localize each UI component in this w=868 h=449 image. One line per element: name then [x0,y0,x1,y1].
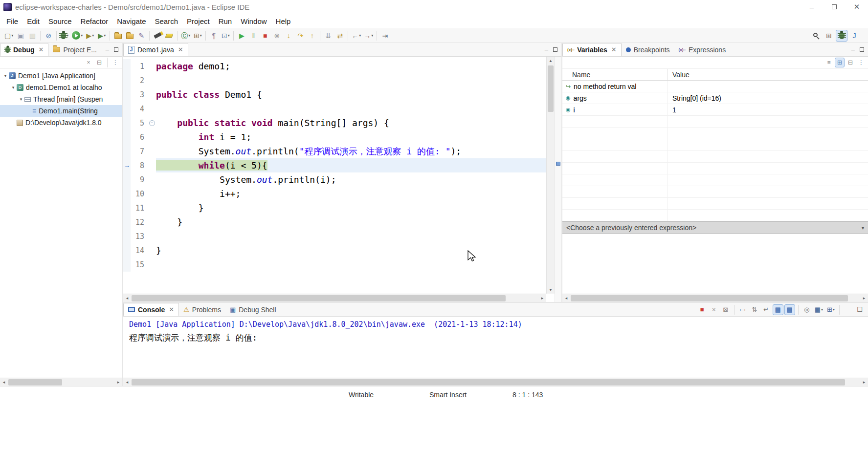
use-step-filters-button[interactable]: ⇄ [334,30,346,42]
debug-tree-item[interactable]: ≡Demo1.main(String [0,105,122,117]
minimize-button[interactable]: – [801,0,823,14]
column-header-value[interactable]: Value [668,69,868,80]
variables-hscrollbar[interactable]: ◂ ▸ [562,294,868,302]
scroll-thumb[interactable] [571,295,848,301]
scroll-down-icon[interactable]: ▼ [547,286,555,294]
minimize-variables-icon[interactable]: – [851,46,855,53]
fold-collapse-icon[interactable]: − [149,120,155,126]
debug-view-menu-button[interactable]: ⋮ [111,58,120,67]
menu-edit[interactable]: Edit [22,14,44,28]
maximize-variables-icon[interactable] [860,47,864,52]
variable-row[interactable]: ◉i1 [562,104,868,116]
open-console-button[interactable]: ⊞▾ [825,304,836,315]
step-return-button[interactable]: ↑ [306,30,318,42]
column-header-name[interactable]: Name [562,69,668,80]
variable-row[interactable]: ↪no method return val [562,81,868,92]
expression-input-bar[interactable]: <Choose a previously entered expression>… [562,221,868,234]
debug-perspective-button[interactable] [836,30,847,42]
scroll-up-icon[interactable]: ▲ [547,57,555,64]
maximize-editor-icon[interactable] [553,47,557,52]
resume-button[interactable]: ▶ [236,30,247,42]
menu-search[interactable]: Search [150,14,182,28]
annotation-ruler-cell[interactable] [123,215,131,229]
menu-window[interactable]: Window [236,14,271,28]
tab-debug-shell[interactable]: ▣ Debug Shell [225,303,281,316]
annotate-button[interactable]: ✎ [135,30,147,42]
annotation-ruler-cell[interactable] [123,201,131,215]
annotation-ruler-cell[interactable] [123,130,131,144]
minimize-view-icon[interactable]: – [106,46,109,53]
tab-debug[interactable]: Debug ✕ [0,43,48,56]
tree-expand-icon[interactable]: ▾ [10,85,17,90]
variable-detail-pane[interactable] [562,234,868,294]
maximize-button[interactable] [823,0,846,14]
tree-expand-icon[interactable]: ▾ [18,97,24,102]
scroll-right-icon[interactable]: ▸ [538,296,546,300]
annotation-ruler-cell[interactable] [123,257,131,272]
minimize-editor-icon[interactable]: – [545,46,548,53]
expression-dropdown-icon[interactable]: ▾ [862,225,864,231]
drop-to-frame-button[interactable]: ⇊ [322,30,334,42]
link-with-editor-button[interactable]: ⇥ [379,30,391,42]
java-perspective-button[interactable]: J [848,30,860,42]
run-button[interactable]: ▾ [70,30,84,42]
annotation-ruler-cell[interactable]: → [123,158,131,172]
toggle-mark-occurrences-button[interactable] [163,30,175,42]
collapse-all-variables-button[interactable]: ⊟ [846,58,855,67]
scroll-left-icon[interactable]: ◂ [562,296,570,300]
clear-console-button[interactable]: ▭ [737,304,748,315]
suspend-button[interactable]: ‖ [247,30,259,42]
scroll-left-icon[interactable]: ◂ [123,296,131,300]
remove-all-launches-button[interactable]: ⊠ [720,304,731,315]
new-java-class-button[interactable]: Ⓒ▾ [179,30,192,42]
collapse-all-debug-button[interactable]: ⊟ [94,58,104,67]
remove-launch-button[interactable]: × [709,304,719,315]
terminate-button[interactable]: ■ [259,30,271,42]
scroll-thumb[interactable] [8,379,62,385]
menu-source[interactable]: Source [44,14,76,28]
debug-tree-item[interactable]: D:\Develop\Java\jdk1.8.0 [0,117,122,128]
annotation-ruler-cell[interactable] [123,73,131,87]
annotation-ruler-cell[interactable] [123,229,131,243]
console-hscrollbar[interactable]: ◂ ▸ [123,378,868,386]
annotation-ruler-cell[interactable] [123,172,131,187]
overview-ruler[interactable] [555,57,561,302]
editor-text-area[interactable]: 1package demo1;23public class Demo1 {45−… [123,57,546,294]
tab-variables-close-icon[interactable]: ✕ [611,46,617,53]
remove-all-terminated-button[interactable]: × [84,58,93,67]
tab-breakpoints[interactable]: Breakpoints [622,43,674,56]
tab-expressions[interactable]: (x)= Expressions [674,43,731,56]
show-logical-structures-button[interactable]: ⊞ [835,58,845,67]
step-over-button[interactable]: ↷ [294,30,306,42]
tab-console-close-icon[interactable]: ✕ [169,306,174,313]
save-button[interactable]: ▣ [15,30,26,42]
debug-tree-item[interactable]: ▾Ddemo1.Demo1 at localho [0,82,122,93]
disconnect-button[interactable]: ⊗ [271,30,283,42]
scroll-right-icon[interactable]: ▸ [114,380,122,385]
scroll-thumb[interactable] [132,379,845,385]
open-type-button[interactable] [112,30,124,42]
quick-access-search-button[interactable] [810,30,822,42]
tab-console[interactable]: Console ✕ [123,303,179,316]
show-console-on-stdout-button[interactable]: ▤ [773,304,783,315]
search-button[interactable] [152,30,163,42]
debug-tree-item[interactable]: ▾JDemo1 [Java Application] [0,70,122,82]
close-button[interactable]: ✕ [846,0,868,14]
annotation-ruler-cell[interactable] [123,87,131,102]
variable-row[interactable]: ◉argsString[0] (id=16) [562,92,868,104]
console-output[interactable]: Demo1 [Java Application] D:\Develop\Java… [123,317,868,378]
tab-variables[interactable]: (x)= Variables ✕ [562,43,622,56]
show-whitespace-button[interactable]: ¶ [208,30,220,42]
show-console-on-stderr-button[interactable]: ▤ [784,304,795,315]
terminate-console-button[interactable]: ■ [697,304,708,315]
tab-problems[interactable]: ⚠ Problems [179,303,225,316]
maximize-view-icon[interactable] [114,47,118,52]
menu-run[interactable]: Run [214,14,237,28]
scroll-left-icon[interactable]: ◂ [123,380,131,385]
annotation-ruler-cell[interactable] [123,59,131,73]
skip-all-breakpoints-button[interactable]: ⊘ [43,30,54,42]
back-button[interactable]: ←▾ [350,30,362,42]
save-all-button[interactable]: ▥ [26,30,38,42]
annotation-ruler-cell[interactable] [123,102,131,116]
coverage-button[interactable]: ▶▾ [84,30,96,42]
